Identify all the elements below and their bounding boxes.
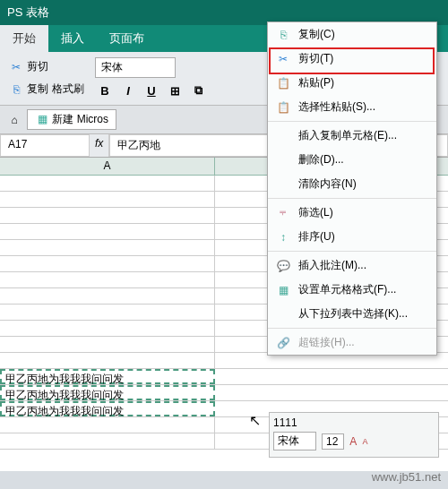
ctx-paste-special[interactable]: 📋选择性粘贴(S)... <box>268 95 436 119</box>
grow-font-icon[interactable]: A <box>349 435 357 448</box>
tab-home[interactable]: 开始 <box>0 25 48 52</box>
ctx-sort[interactable]: ↕排序(U) <box>268 225 436 249</box>
cell[interactable] <box>0 337 215 352</box>
fx-icon[interactable]: fx <box>90 134 109 157</box>
sheet-icon: ▦ <box>35 112 49 126</box>
mini-toolbar: 1111 宋体 12 A A <box>269 412 439 458</box>
col-header-A[interactable]: A <box>0 158 215 175</box>
mini-size-select[interactable]: 12 <box>322 433 344 450</box>
ctx-insert-copied[interactable]: 插入复制单元格(E)... <box>268 124 436 148</box>
new-doc-tab[interactable]: ▦ 新建 Micros <box>27 109 116 130</box>
border-button[interactable]: ⊞ <box>165 82 185 99</box>
ctx-pick-list[interactable]: 从下拉列表中选择(K)... <box>268 302 436 326</box>
link-icon: 🔗 <box>275 336 291 350</box>
cell[interactable] <box>0 256 215 271</box>
clipboard-icon: 📋 <box>275 76 291 90</box>
cell[interactable] <box>0 176 215 191</box>
cut-label: 剪切 <box>27 59 48 74</box>
comment-icon: 💬 <box>275 259 291 273</box>
cell[interactable] <box>0 272 215 287</box>
new-doc-label: 新建 Micros <box>52 113 108 125</box>
cut-button[interactable]: ✂ 剪切 <box>5 57 88 76</box>
font-select[interactable]: 宋体 <box>95 57 176 78</box>
scissors-icon: ✂ <box>9 60 23 74</box>
italic-button[interactable]: I <box>118 82 138 99</box>
tab-insert[interactable]: 插入 <box>48 25 97 52</box>
mini-value: 1111 <box>273 416 297 429</box>
separator <box>268 121 436 122</box>
cell[interactable] <box>0 192 215 207</box>
cell[interactable] <box>0 321 215 336</box>
copy-icon: ⎘ <box>275 28 291 42</box>
bold-button[interactable]: B <box>95 82 115 99</box>
cell[interactable] <box>0 305 215 320</box>
filter-icon: ⫧ <box>275 206 291 220</box>
separator <box>268 328 436 329</box>
ctx-cut[interactable]: ✂剪切(T) <box>268 47 436 71</box>
mini-font-select[interactable]: 宋体 <box>273 432 316 450</box>
cell[interactable] <box>0 417 215 433</box>
ctx-clear[interactable]: 清除内容(N) <box>268 172 436 196</box>
copy-formatpainter-button[interactable]: ⎘ 复制 格式刷 <box>5 80 88 99</box>
copy-label: 复制 <box>27 82 48 97</box>
watermark: www.jb51.net <box>372 470 441 484</box>
home-icon[interactable]: ⌂ <box>7 113 22 127</box>
cell[interactable] <box>0 208 215 223</box>
app-title: PS 表格 <box>7 4 49 21</box>
cell[interactable] <box>0 288 215 304</box>
tab-pagelayout[interactable]: 页面布 <box>97 25 157 52</box>
separator <box>268 198 436 199</box>
shrink-font-icon[interactable]: A <box>362 437 367 446</box>
cell[interactable] <box>0 353 215 368</box>
cell[interactable] <box>0 224 215 239</box>
ctx-paste[interactable]: 📋粘贴(P) <box>268 71 436 95</box>
formatpainter-label: 格式刷 <box>52 82 84 97</box>
cell-A17[interactable]: 甲乙丙地为我我我问问发 <box>0 369 215 384</box>
name-box[interactable]: A17 <box>0 134 90 157</box>
ctx-copy[interactable]: ⎘复制(C) <box>268 22 436 47</box>
format-icon: ▦ <box>275 283 291 297</box>
cell[interactable] <box>0 240 215 255</box>
merge-button[interactable]: ⧉ <box>188 82 208 99</box>
cursor-icon: ↖ <box>249 412 261 429</box>
context-menu: ⎘复制(C) ✂剪切(T) 📋粘贴(P) 📋选择性粘贴(S)... 插入复制单元… <box>267 21 437 356</box>
scissors-icon: ✂ <box>275 52 291 66</box>
copy-icon: ⎘ <box>9 82 23 97</box>
cell-A18[interactable]: 甲乙丙地为我我我问问发 <box>0 385 215 400</box>
underline-button[interactable]: U <box>142 82 161 99</box>
sort-icon: ↕ <box>275 230 291 244</box>
ctx-hyperlink[interactable]: 🔗超链接(H)... <box>268 330 436 355</box>
ctx-delete[interactable]: 删除(D)... <box>268 148 436 172</box>
ctx-format-cells[interactable]: ▦设置单元格格式(F)... <box>268 278 436 302</box>
clipboard-special-icon: 📋 <box>275 100 291 115</box>
ctx-insert-comment[interactable]: 💬插入批注(M)... <box>268 253 436 278</box>
cell-A19[interactable]: 甲乙丙地为我我我问问发 <box>0 401 215 416</box>
separator <box>268 251 436 252</box>
ctx-filter[interactable]: ⫧筛选(L) <box>268 201 436 225</box>
cell[interactable] <box>0 433 215 449</box>
